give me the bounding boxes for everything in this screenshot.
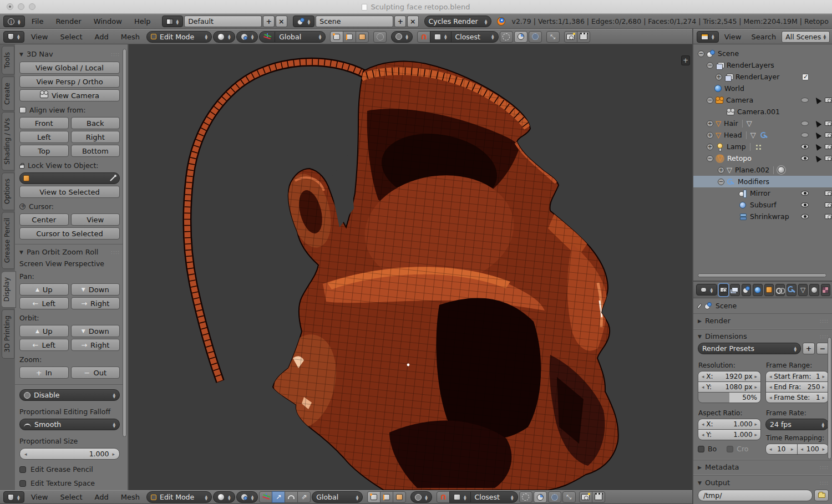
outliner-menu-search[interactable]: Search [747, 33, 780, 41]
view-global-local-button[interactable]: View Global / Local [19, 62, 120, 74]
preset-add-button[interactable]: + [803, 343, 815, 354]
cursor-arrow-icon[interactable] [814, 154, 822, 162]
lock-object-field[interactable] [19, 172, 120, 184]
cursor-arrow-icon[interactable] [814, 131, 822, 139]
camera-restrict-icon[interactable] [825, 214, 832, 219]
snap-self-button[interactable] [500, 31, 513, 43]
snap-peel-button[interactable] [548, 491, 561, 503]
proportional-size-field[interactable]: ◂1.000▸ [19, 448, 120, 460]
pan-right-button[interactable]: →Right [71, 297, 120, 309]
menu-mesh[interactable]: Mesh [115, 493, 145, 501]
orbit-left-button[interactable]: ←Left [19, 339, 69, 351]
outliner-row-head[interactable]: +▽Head ▽ [693, 129, 832, 141]
snap-element-select[interactable] [430, 31, 451, 43]
view-camera-button[interactable]: View Camera [19, 89, 120, 101]
transform-orientation-select[interactable]: Global [275, 31, 326, 43]
resolution-y-field[interactable]: ◂ Y:1080 px ▸ [698, 381, 761, 393]
menu-help[interactable]: Help [129, 17, 156, 26]
expand-icon[interactable]: + [707, 132, 713, 139]
menu-render[interactable]: Render [50, 17, 87, 26]
editor-type-select[interactable]: i [3, 16, 25, 27]
tab-grease-pencil[interactable]: Grease Pencil [2, 212, 14, 269]
outliner-row-world[interactable]: World [693, 83, 832, 94]
edit-texture-space-checkbox[interactable]: Edit Texture Space [19, 479, 120, 487]
proportional-edit-mode-select[interactable]: Disable [19, 389, 120, 401]
manipulator-toggle[interactable] [259, 31, 275, 43]
tab-render-layers[interactable] [730, 284, 739, 296]
cursor-to-selected-button[interactable]: Cursor to Selected [19, 227, 120, 240]
tab-object-data[interactable]: ▽ [798, 284, 808, 296]
scene-browse-icon[interactable] [293, 16, 315, 27]
editor-type-select[interactable] [3, 491, 24, 503]
snap-target-select[interactable]: Closest [451, 31, 499, 43]
output-path-field[interactable]: /tmp/ [698, 490, 813, 501]
menu-view[interactable]: View [26, 493, 54, 501]
outliner-row-retopo[interactable]: −▽Retopo [693, 152, 832, 164]
opengl-render-anim-button[interactable] [592, 491, 605, 503]
outliner-row-mirror[interactable]: Mirror [693, 187, 832, 199]
eyedropper-icon[interactable] [110, 176, 115, 181]
tab-scene[interactable] [742, 284, 751, 296]
manipulate-center-points-button[interactable]: ⤡ [546, 31, 560, 43]
preset-remove-button[interactable]: − [816, 343, 829, 354]
menu-window[interactable]: Window [88, 17, 128, 26]
snap-target-select[interactable]: Closest [470, 491, 518, 503]
cursor-arrow-icon[interactable] [814, 142, 822, 151]
outliner-row-renderlayers[interactable]: −RenderLayers [693, 59, 832, 71]
collapse-icon[interactable]: − [718, 179, 724, 185]
edge-select-button[interactable] [343, 31, 356, 43]
outliner-row-shrinkwrap[interactable]: Shrinkwrap [693, 211, 832, 222]
menu-add[interactable]: Add [89, 33, 114, 41]
scene-name-field[interactable]: Scene [316, 16, 393, 27]
scene-add-button[interactable]: + [394, 16, 406, 27]
menu-file[interactable]: File [26, 17, 49, 26]
eye-icon[interactable] [801, 214, 809, 219]
mode-select[interactable]: Edit Mode [146, 491, 212, 503]
collapse-icon[interactable]: − [707, 97, 713, 104]
mode-select[interactable]: Edit Mode [146, 31, 212, 43]
panel-3d-nav[interactable]: ▼3D Nav:::: [19, 50, 120, 58]
align-top-button[interactable]: Top [19, 145, 69, 157]
collapse-icon[interactable]: − [707, 62, 713, 69]
camera-restrict-icon[interactable] [825, 98, 832, 103]
opengl-render-anim-button[interactable] [577, 31, 590, 43]
outliner-row-camera001[interactable]: Camera.001 [693, 106, 832, 118]
limit-selection-visible-button[interactable] [373, 31, 387, 43]
outliner-row-plane002[interactable]: +▽Plane.002 [693, 164, 832, 176]
eye-icon[interactable] [801, 202, 809, 207]
render-presets-select[interactable]: Render Presets [698, 343, 801, 354]
menu-view[interactable]: View [26, 33, 54, 41]
tab-create[interactable]: Create [2, 77, 14, 111]
menu-add[interactable]: Add [89, 493, 114, 501]
align-bottom-button[interactable]: Bottom [71, 145, 120, 157]
align-right-button[interactable]: Right [71, 131, 120, 143]
orbit-down-button[interactable]: ▼Down [71, 325, 120, 337]
frame-rate-select[interactable]: 24 fps [765, 419, 829, 430]
zoom-in-button[interactable]: +In [19, 366, 69, 379]
pin-icon[interactable] [697, 303, 702, 308]
vertex-select-button[interactable] [330, 31, 343, 43]
tab-options[interactable]: Options [2, 172, 14, 210]
tab-material[interactable] [809, 284, 819, 296]
eye-icon[interactable] [801, 191, 809, 196]
camera-restrict-icon[interactable] [825, 191, 832, 196]
translate-manipulator-button[interactable]: ↗ [272, 491, 285, 503]
screen-view-perspective-label[interactable]: Screen View Perspective [19, 259, 120, 268]
browse-output-button[interactable] [814, 490, 829, 501]
cursor-center-button[interactable]: Center [19, 213, 69, 226]
tab-world[interactable] [753, 284, 762, 296]
mesh-display[interactable]: + [129, 44, 692, 490]
frame-step-field[interactable]: ◂ Frame Ste:1 ▸ [765, 392, 829, 403]
viewport-shading-select[interactable] [213, 491, 235, 503]
snap-toggle[interactable]: U [437, 491, 450, 503]
pivot-point-select[interactable] [236, 491, 258, 503]
editor-type-select[interactable] [696, 284, 717, 296]
camera-restrict-icon[interactable] [825, 156, 832, 161]
layout-close-button[interactable]: × [276, 16, 287, 27]
scale-manipulator-button[interactable]: ⇗ [297, 491, 311, 503]
tab-3d-printing[interactable]: 3D Printing [2, 309, 14, 359]
aspect-y-field[interactable]: ◂ Y:1.000 ▸ [698, 429, 761, 440]
collapse-icon[interactable]: − [698, 50, 704, 57]
aspect-x-field[interactable]: ◂ X:1.000 ▸ [698, 419, 761, 430]
snap-align-button[interactable] [534, 491, 547, 503]
